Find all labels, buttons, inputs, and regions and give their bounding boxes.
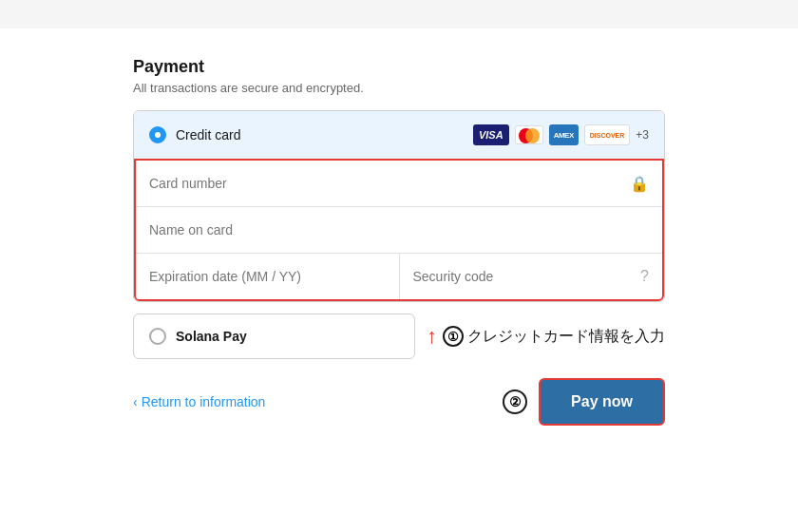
footer-row: ‹ Return to information ② Pay now (133, 378, 665, 426)
chevron-left-icon: ‹ (133, 394, 138, 409)
amex-icon: AMEX (549, 124, 579, 145)
solana-pay-radio[interactable] (149, 328, 166, 345)
page-title: Payment (133, 57, 665, 77)
mastercard-icon (515, 125, 543, 144)
name-on-card-row (136, 207, 662, 254)
card-icons: VISA AMEX DISCOVER +3 (473, 124, 649, 145)
credit-card-label: Credit card (176, 127, 473, 142)
solana-pay-option[interactable]: Solana Pay (133, 314, 415, 359)
credit-card-option[interactable]: Credit card VISA AMEX DISCOVER +3 🔒 (133, 110, 665, 302)
return-to-information-link[interactable]: ‹ Return to information (133, 394, 265, 409)
security-field-wrapper: ? (400, 254, 663, 299)
step1-annotation: ↑ ① クレジットカード情報を入力 (427, 324, 665, 349)
page-subtitle: All transactions are secure and encrypte… (133, 81, 665, 95)
up-arrow-icon: ↑ (427, 324, 437, 349)
lock-icon: 🔒 (630, 175, 662, 193)
card-number-input[interactable] (136, 161, 630, 206)
card-fields: 🔒 ? (134, 159, 664, 301)
return-link-text: Return to information (142, 394, 266, 409)
discover-icon: DISCOVER (584, 124, 631, 145)
step1-text: クレジットカード情報を入力 (467, 327, 665, 347)
pay-now-button[interactable]: Pay now (539, 378, 665, 426)
expiry-field-wrapper (136, 254, 400, 299)
help-icon[interactable]: ? (640, 268, 662, 285)
card-number-row: 🔒 (136, 161, 662, 207)
footer-right: ② Pay now (503, 378, 665, 426)
credit-card-header[interactable]: Credit card VISA AMEX DISCOVER +3 (134, 111, 664, 159)
content-area: Payment All transactions are secure and … (133, 57, 665, 426)
name-on-card-input[interactable] (136, 207, 662, 253)
expiry-date-input[interactable] (136, 254, 399, 299)
security-code-input[interactable] (400, 254, 641, 299)
security-code-inner: ? (400, 254, 663, 299)
page-container: Payment All transactions are secure and … (0, 28, 798, 532)
more-cards-badge: +3 (636, 128, 649, 142)
step2-circle: ② (503, 390, 527, 414)
card-number-field-wrapper: 🔒 (136, 161, 662, 206)
solana-pay-label: Solana Pay (176, 329, 247, 344)
credit-card-radio[interactable] (149, 126, 166, 143)
visa-icon: VISA (473, 124, 509, 145)
step1-circle: ① (443, 326, 464, 347)
expiry-security-row: ? (136, 254, 662, 299)
